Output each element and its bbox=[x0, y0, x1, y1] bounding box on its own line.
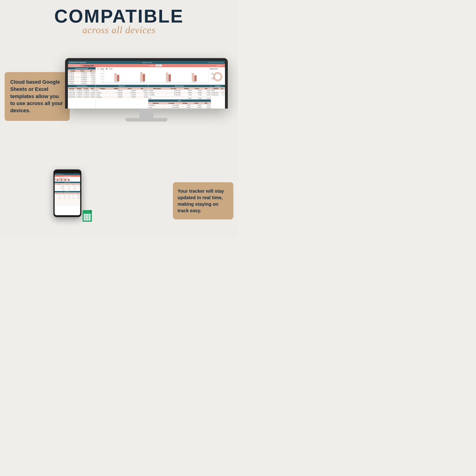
pis-r4-date: 20 Jan bbox=[55, 198, 60, 199]
is-r1-diff: € 0.00 bbox=[89, 90, 95, 92]
exp-r4-actual: € 200.00 bbox=[123, 96, 136, 98]
exp-r1-diff: € 300.00 bbox=[136, 90, 148, 92]
income-tab[interactable]: Income bbox=[156, 65, 162, 67]
exp-col-cat: Category bbox=[96, 87, 109, 90]
financial-overview-title: Financial Overview bbox=[68, 67, 96, 69]
bill-col-actual: Actual bbox=[191, 102, 202, 104]
financial-overview-section: Financial Overview Budget Actual Diff. bbox=[68, 67, 96, 85]
sub-r3-actual: € 500 bbox=[192, 94, 202, 96]
fo-r5-actual: € 3,000.00 bbox=[78, 80, 87, 83]
sub-r2-actual: € 1000 bbox=[192, 92, 202, 94]
is-r3-diff: € 280.00 bbox=[89, 94, 95, 96]
is-r1-actual: € 1,000.00 bbox=[83, 90, 90, 92]
cloud-based-text: Cloud based Google Sheets or Excel templ… bbox=[10, 79, 64, 114]
fo-r3-actual: € 2,500.00 bbox=[78, 76, 87, 78]
bill-r1-name: ☐ electricity bbox=[148, 104, 163, 106]
chart-area: Budget Actual $2,000.0 $1,500.0 $1,000.0 bbox=[96, 67, 208, 84]
sav-r2-b: € 2... bbox=[220, 92, 225, 94]
monitor-screen: BUDGET BY Paycheck Select Currency Do no… bbox=[68, 61, 225, 109]
sheets-grid-cell-7 bbox=[84, 219, 86, 221]
fo-r4-actual: € 3,500.00 bbox=[78, 78, 87, 80]
phone-month-value: January 2023 bbox=[68, 176, 71, 177]
phone-bar-2 bbox=[57, 179, 58, 181]
chart-bars-area: Pay Check 1 Pay Check 2 bbox=[104, 70, 207, 83]
is-r2-date: 10 Jan 2023 bbox=[68, 92, 76, 94]
fo-r3-budget: € 2,500.00 bbox=[68, 76, 78, 78]
ss-header: BUDGET BY Paycheck Select Currency Do no… bbox=[68, 61, 225, 64]
ss-brand: BUDGET BY Paycheck bbox=[69, 62, 86, 63]
chart-legend: Budget Actual bbox=[97, 68, 207, 69]
ss-note: Do not edit the cells with colo bbox=[208, 62, 224, 63]
sub-total-budget: € 2500 bbox=[181, 97, 192, 100]
fo-r6-diff: € 0.00 bbox=[87, 83, 95, 85]
chart-bar-actual-4 bbox=[194, 75, 197, 81]
phone-ss-bar: For the Month January 2023 bbox=[55, 175, 80, 177]
sheets-grid-cell-2 bbox=[86, 214, 88, 216]
subscriptions-title: Subscriptions bbox=[148, 85, 211, 87]
monitor-frame: BUDGET BY Paycheck Select Currency Do no… bbox=[65, 58, 228, 109]
ss-month-bar: For the Month January 2023 Category Inco… bbox=[68, 64, 225, 67]
spreadsheet: BUDGET BY Paycheck Select Currency Do no… bbox=[68, 61, 225, 109]
fo-r3-diff: € 0.00 bbox=[87, 76, 95, 78]
fo-col-budget: Budget bbox=[68, 70, 78, 72]
ss-bottom-row: Income Stream Pay Day Budget Actual Diff… bbox=[68, 85, 225, 109]
chart-bar-pair-2 bbox=[140, 72, 145, 81]
fo-r2-actual: € 1,900.00 bbox=[78, 74, 87, 76]
actual-legend-dot bbox=[106, 68, 107, 69]
expenses-table: Category Budget Actual Diff. Fuel€ 800.0… bbox=[96, 87, 148, 98]
ss-month-value: January 2023 bbox=[84, 65, 94, 67]
bill-col-diff: Diff. bbox=[202, 102, 211, 104]
y-label-4: $500.0 bbox=[97, 79, 103, 80]
main-title: COMPATIBLE bbox=[38, 7, 200, 26]
exp-col-actual: Actual bbox=[123, 87, 136, 90]
phone-fo-table: Category Budget Actual Diff. Income5,982… bbox=[55, 183, 80, 191]
sav-col-budget: Bu... bbox=[220, 87, 225, 90]
fo-col-diff: Diff. bbox=[87, 70, 95, 72]
bill-r2-name: ☐ Gas bbox=[148, 106, 163, 109]
sub-total-label: Total bbox=[148, 97, 166, 100]
sub-r1-diff: € 0.00 bbox=[202, 90, 211, 92]
pfo-r5-cat: Savings bbox=[55, 190, 64, 191]
phone-chart bbox=[55, 177, 80, 182]
debt-pct: 18.7% bbox=[211, 74, 214, 75]
savings-table: Category Bu... Home€... Saving Fund€ 2..… bbox=[211, 87, 225, 96]
phone-bar-6 bbox=[64, 178, 66, 181]
phone-stripe-7 bbox=[55, 204, 80, 205]
pie-chart-svg: Debt 18.7% Savings 22.4% bbox=[210, 70, 224, 82]
bills-title: Bills bbox=[148, 100, 211, 102]
budget-legend-dot bbox=[97, 68, 99, 69]
is-r2-budget: € 2,000.00 bbox=[76, 92, 83, 94]
svg-point-0 bbox=[214, 73, 221, 80]
y-label-3: $1,000.0 bbox=[97, 76, 103, 77]
bill-col-date: Due Date bbox=[163, 102, 179, 104]
sub-total-diff: € 0.00 bbox=[202, 97, 211, 100]
chart-bar-pair-1 bbox=[114, 73, 119, 81]
phone-bar-1 bbox=[55, 178, 56, 181]
phone-bar-3 bbox=[59, 177, 60, 181]
exp-r2-actual: € 1,000.00 bbox=[123, 92, 136, 94]
is-r1-date: 1 Jan 2023 bbox=[68, 90, 76, 92]
sub-r1-actual: € 1000 bbox=[192, 90, 202, 92]
chart-group-1: Pay Check 1 bbox=[105, 73, 129, 83]
sheets-grid-cell-4 bbox=[84, 216, 86, 218]
chart-label-1: Pay Check 1 bbox=[115, 82, 119, 83]
sub-col-diff: Diff. bbox=[202, 87, 211, 90]
sub-r3-date: 17 Jan 2023 bbox=[166, 94, 181, 96]
phone-screen: BUDGET BY Paycheck For the Month January… bbox=[55, 173, 80, 215]
sub-r2-diff: € 0.00 bbox=[202, 92, 211, 94]
y-axis-labels: $2,000.0 $1,500.0 $1,000.0 $500.0 $0.0 bbox=[97, 70, 103, 83]
sheets-grid-cell-6 bbox=[88, 216, 91, 218]
subscriptions-table: Subscription Due Date Budget Actual Diff… bbox=[148, 87, 211, 100]
phone-notch bbox=[64, 171, 71, 172]
income-stream-table: Pay Day Budget Actual Diff. 1 Jan 2023€ … bbox=[68, 87, 96, 98]
exp-r2-cat: Groceries bbox=[96, 92, 109, 94]
exp-r1-budget: € 800.00 bbox=[109, 90, 123, 92]
sub-r3-diff: € 0.00 bbox=[202, 94, 211, 96]
savings-label: Savings bbox=[211, 77, 215, 78]
fo-r6-actual: € 2,500.00 bbox=[78, 83, 87, 85]
chart-group-3: Pay Check 3 bbox=[156, 72, 180, 83]
category-tab[interactable]: Category bbox=[148, 65, 155, 67]
sheets-icon-container bbox=[81, 210, 93, 224]
chart-bar-budget-2 bbox=[140, 72, 142, 81]
chart-bar-pair-3 bbox=[166, 72, 171, 81]
